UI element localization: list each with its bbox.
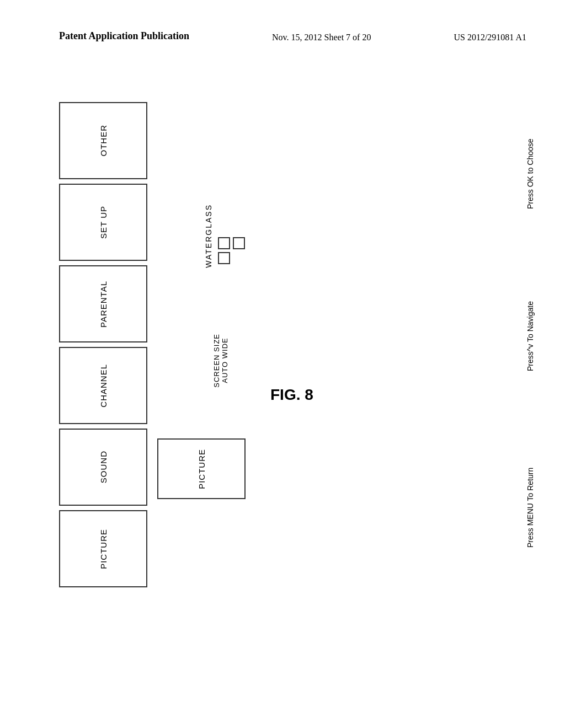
menu-item-channel[interactable]: CHANNEL: [59, 347, 147, 424]
screen-size-label: SCREEN SIZE AUTO WIDE: [204, 334, 229, 388]
menu-item-other-label: OTHER: [99, 125, 108, 157]
press-ok-label: Press OK to Choose: [526, 105, 535, 243]
submenu-item-picture[interactable]: PICTURE: [157, 438, 246, 499]
press-navigate-label: Press^v To Navigate: [526, 267, 535, 405]
checkbox-square-2: [233, 237, 245, 249]
menu-item-setup-label: SET UP: [99, 206, 108, 239]
publication-date-sheet: Nov. 15, 2012 Sheet 7 of 20: [272, 33, 371, 42]
menu-item-sound-label: SOUND: [99, 451, 108, 483]
squares-group: [218, 237, 245, 264]
menu-item-parental[interactable]: PARENTAL: [59, 265, 147, 342]
menu-item-parental-label: PARENTAL: [99, 281, 108, 328]
menu-item-channel-label: CHANNEL: [99, 364, 108, 408]
submenu-item-picture-label: PICTURE: [197, 449, 206, 489]
publication-title: Patent Application Publication: [59, 30, 189, 42]
figure-label: FIG. 8: [270, 386, 313, 404]
submenu-column: PICTURE: [157, 438, 246, 499]
menu-item-other[interactable]: OTHER: [59, 102, 147, 179]
menu-item-sound[interactable]: SOUND: [59, 429, 147, 506]
page-header: Patent Application Publication Nov. 15, …: [0, 0, 565, 42]
waterglass-label: WATERGLASS: [204, 204, 213, 268]
publication-number: US 2012/291081 A1: [454, 33, 526, 42]
checkbox-square-3: [218, 252, 230, 264]
checkbox-square-1: [218, 237, 230, 249]
main-content: OTHER SET UP PARENTAL CHANNEL SOUND PICT…: [0, 85, 565, 728]
menu-item-picture-label: PICTURE: [99, 529, 108, 569]
menu-item-setup[interactable]: SET UP: [59, 184, 147, 261]
menu-item-picture[interactable]: PICTURE: [59, 510, 147, 587]
press-menu-label: Press MENU To Return: [526, 438, 535, 576]
menu-column: OTHER SET UP PARENTAL CHANNEL SOUND PICT…: [59, 102, 147, 592]
